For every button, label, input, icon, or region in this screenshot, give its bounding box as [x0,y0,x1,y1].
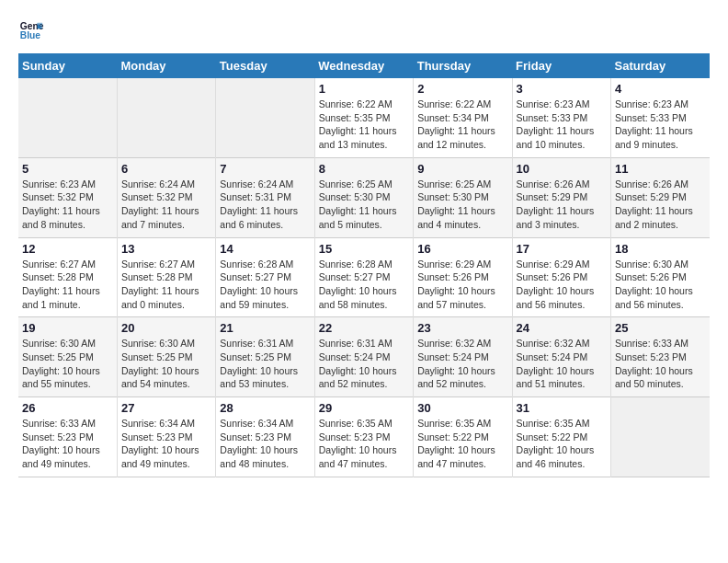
calendar-cell: 25Sunrise: 6:33 AMSunset: 5:23 PMDayligh… [611,317,710,397]
day-number: 3 [517,82,607,96]
calendar-cell: 23Sunrise: 6:32 AMSunset: 5:24 PMDayligh… [414,317,512,397]
logo-icon: General Blue [18,18,44,44]
day-info: Sunrise: 6:25 AMSunset: 5:30 PMDaylight:… [319,178,409,232]
calendar-cell: 7Sunrise: 6:24 AMSunset: 5:31 PMDaylight… [216,157,314,237]
day-info: Sunrise: 6:32 AMSunset: 5:24 PMDaylight:… [417,337,507,391]
day-info: Sunrise: 6:30 AMSunset: 5:25 PMDaylight:… [22,337,113,391]
calendar-cell: 29Sunrise: 6:35 AMSunset: 5:23 PMDayligh… [314,397,413,477]
calendar-cell: 15Sunrise: 6:28 AMSunset: 5:27 PMDayligh… [314,237,413,317]
day-number: 16 [417,242,507,256]
day-number: 19 [22,321,113,335]
day-info: Sunrise: 6:23 AMSunset: 5:32 PMDaylight:… [22,178,113,232]
calendar-cell: 18Sunrise: 6:30 AMSunset: 5:26 PMDayligh… [611,237,710,317]
day-number: 8 [319,162,409,176]
day-info: Sunrise: 6:28 AMSunset: 5:27 PMDaylight:… [220,258,310,312]
day-info: Sunrise: 6:23 AMSunset: 5:33 PMDaylight:… [615,98,706,152]
day-number: 1 [319,82,409,96]
day-info: Sunrise: 6:33 AMSunset: 5:23 PMDaylight:… [22,417,113,471]
day-info: Sunrise: 6:33 AMSunset: 5:23 PMDaylight:… [615,337,706,391]
day-info: Sunrise: 6:30 AMSunset: 5:26 PMDaylight:… [615,258,706,312]
day-number: 6 [121,162,211,176]
day-info: Sunrise: 6:27 AMSunset: 5:28 PMDaylight:… [121,258,211,312]
day-number: 10 [517,162,607,176]
calendar-cell: 6Sunrise: 6:24 AMSunset: 5:32 PMDaylight… [117,157,215,237]
day-info: Sunrise: 6:29 AMSunset: 5:26 PMDaylight:… [517,258,607,312]
day-info: Sunrise: 6:35 AMSunset: 5:23 PMDaylight:… [319,417,409,471]
day-info: Sunrise: 6:34 AMSunset: 5:23 PMDaylight:… [220,417,310,471]
calendar-week-row: 5Sunrise: 6:23 AMSunset: 5:32 PMDaylight… [18,157,710,237]
calendar-cell: 14Sunrise: 6:28 AMSunset: 5:27 PMDayligh… [216,237,314,317]
calendar-cell: 19Sunrise: 6:30 AMSunset: 5:25 PMDayligh… [18,317,117,397]
page-header: General Blue [18,18,710,44]
day-number: 14 [220,242,310,256]
calendar-cell: 2Sunrise: 6:22 AMSunset: 5:34 PMDaylight… [414,78,512,157]
weekday-header: Monday [117,53,215,78]
day-number: 18 [615,242,706,256]
day-number: 9 [417,162,507,176]
calendar-cell: 9Sunrise: 6:25 AMSunset: 5:30 PMDaylight… [414,157,512,237]
day-info: Sunrise: 6:32 AMSunset: 5:24 PMDaylight:… [517,337,607,391]
calendar-week-row: 26Sunrise: 6:33 AMSunset: 5:23 PMDayligh… [18,397,710,477]
day-info: Sunrise: 6:26 AMSunset: 5:29 PMDaylight:… [615,178,706,232]
day-info: Sunrise: 6:35 AMSunset: 5:22 PMDaylight:… [417,417,507,471]
calendar-cell [216,78,314,157]
day-number: 5 [22,162,113,176]
day-number: 30 [417,401,507,415]
weekday-header: Saturday [611,53,710,78]
day-number: 23 [417,321,507,335]
weekday-header: Wednesday [314,53,413,78]
calendar-cell: 11Sunrise: 6:26 AMSunset: 5:29 PMDayligh… [611,157,710,237]
day-number: 4 [615,82,706,96]
day-number: 21 [220,321,310,335]
calendar-cell: 13Sunrise: 6:27 AMSunset: 5:28 PMDayligh… [117,237,215,317]
calendar-cell: 8Sunrise: 6:25 AMSunset: 5:30 PMDaylight… [314,157,413,237]
calendar-cell: 17Sunrise: 6:29 AMSunset: 5:26 PMDayligh… [512,237,610,317]
day-number: 15 [319,242,409,256]
day-info: Sunrise: 6:28 AMSunset: 5:27 PMDaylight:… [319,258,409,312]
calendar-cell: 26Sunrise: 6:33 AMSunset: 5:23 PMDayligh… [18,397,117,477]
calendar-table: SundayMondayTuesdayWednesdayThursdayFrid… [18,53,710,477]
day-info: Sunrise: 6:22 AMSunset: 5:35 PMDaylight:… [319,98,409,152]
day-number: 29 [319,401,409,415]
calendar-cell: 4Sunrise: 6:23 AMSunset: 5:33 PMDaylight… [611,78,710,157]
day-number: 22 [319,321,409,335]
day-number: 17 [517,242,607,256]
weekday-header: Tuesday [216,53,314,78]
calendar-cell [611,397,710,477]
day-info: Sunrise: 6:26 AMSunset: 5:29 PMDaylight:… [517,178,607,232]
day-number: 24 [517,321,607,335]
calendar-header-row: SundayMondayTuesdayWednesdayThursdayFrid… [18,53,710,78]
day-info: Sunrise: 6:31 AMSunset: 5:24 PMDaylight:… [319,337,409,391]
weekday-header: Sunday [18,53,117,78]
calendar-cell: 3Sunrise: 6:23 AMSunset: 5:33 PMDaylight… [512,78,610,157]
calendar-cell: 10Sunrise: 6:26 AMSunset: 5:29 PMDayligh… [512,157,610,237]
calendar-cell: 5Sunrise: 6:23 AMSunset: 5:32 PMDaylight… [18,157,117,237]
day-number: 7 [220,162,310,176]
day-number: 25 [615,321,706,335]
day-info: Sunrise: 6:24 AMSunset: 5:31 PMDaylight:… [220,178,310,232]
calendar-cell: 22Sunrise: 6:31 AMSunset: 5:24 PMDayligh… [314,317,413,397]
day-info: Sunrise: 6:24 AMSunset: 5:32 PMDaylight:… [121,178,211,232]
calendar-cell: 12Sunrise: 6:27 AMSunset: 5:28 PMDayligh… [18,237,117,317]
day-number: 13 [121,242,211,256]
calendar-cell: 28Sunrise: 6:34 AMSunset: 5:23 PMDayligh… [216,397,314,477]
day-number: 26 [22,401,113,415]
calendar-cell: 1Sunrise: 6:22 AMSunset: 5:35 PMDaylight… [314,78,413,157]
day-info: Sunrise: 6:22 AMSunset: 5:34 PMDaylight:… [417,98,507,152]
calendar-week-row: 12Sunrise: 6:27 AMSunset: 5:28 PMDayligh… [18,237,710,317]
weekday-header: Friday [512,53,610,78]
day-number: 27 [121,401,211,415]
calendar-cell [18,78,117,157]
svg-text:Blue: Blue [20,30,41,40]
day-info: Sunrise: 6:27 AMSunset: 5:28 PMDaylight:… [22,258,113,312]
day-number: 31 [517,401,607,415]
calendar-cell: 27Sunrise: 6:34 AMSunset: 5:23 PMDayligh… [117,397,215,477]
calendar-cell: 21Sunrise: 6:31 AMSunset: 5:25 PMDayligh… [216,317,314,397]
day-info: Sunrise: 6:31 AMSunset: 5:25 PMDaylight:… [220,337,310,391]
calendar-cell [117,78,215,157]
day-number: 20 [121,321,211,335]
weekday-header: Thursday [414,53,512,78]
logo: General Blue [18,18,46,44]
calendar-week-row: 1Sunrise: 6:22 AMSunset: 5:35 PMDaylight… [18,78,710,157]
calendar-week-row: 19Sunrise: 6:30 AMSunset: 5:25 PMDayligh… [18,317,710,397]
